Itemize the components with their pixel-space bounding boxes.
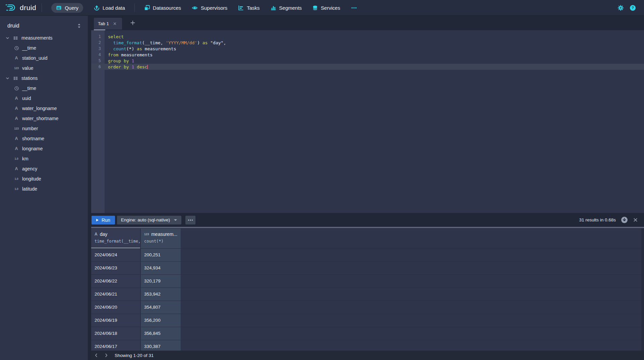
nav-item-services[interactable]: Services	[312, 5, 340, 11]
table-cell[interactable]: 2024/06/21	[91, 288, 141, 301]
nav-item-label: Datasources	[153, 5, 181, 11]
sql-editor[interactable]: 1select2 time_format(__time, 'YYYY/MM/dd…	[91, 30, 644, 213]
nav-item-label: Services	[321, 5, 340, 11]
svg-text:?: ?	[632, 6, 634, 10]
column-header-label: measurem...	[151, 232, 177, 237]
nav-item-segments[interactable]: Segments	[271, 5, 302, 11]
nav-item-label: Tasks	[247, 5, 259, 11]
column-name: shortname	[22, 136, 44, 141]
column-header-expr: time_format(__time, …	[95, 239, 140, 244]
new-tab-button[interactable]	[130, 20, 135, 25]
code-line[interactable]: 6order by 1 desc	[91, 64, 644, 70]
engine-select[interactable]: Engine: auto (sql-native)	[117, 216, 181, 224]
chevron-down-icon[interactable]	[5, 36, 10, 40]
table-cell[interactable]: 2024/06/22	[91, 275, 141, 288]
prev-page-button[interactable]	[91, 351, 101, 360]
table-item-measurements[interactable]: measurements	[0, 33, 88, 43]
time-icon	[13, 86, 20, 91]
table-cell[interactable]: 353,942	[141, 288, 181, 301]
table-cell[interactable]: 354,807	[141, 301, 181, 314]
help-icon[interactable]: ?	[630, 5, 636, 11]
druid-logo[interactable]: druid	[5, 3, 36, 12]
table-row: 2024/06/23324,934	[91, 262, 644, 275]
column-name: latitude	[22, 186, 37, 192]
column-item[interactable]: 123value	[0, 63, 88, 73]
table-cell[interactable]: 320,179	[141, 275, 181, 288]
table-row: 2024/06/19356,200	[91, 314, 644, 327]
column-item[interactable]: Auuid	[0, 93, 88, 103]
column-header-day[interactable]: A day time_format(__time, …	[91, 228, 141, 248]
column-item[interactable]: 123number	[0, 123, 88, 134]
line-number: 2	[91, 40, 105, 45]
table-cell[interactable]: 2024/06/23	[91, 262, 141, 274]
brand-text: druid	[20, 4, 36, 12]
column-item[interactable]: 1.0km	[0, 154, 88, 164]
table-row: 2024/06/22320,179	[91, 275, 644, 288]
splitter-handle[interactable]	[91, 227, 644, 228]
column-item[interactable]: Ashortname	[0, 134, 88, 144]
code-line[interactable]: 2 time_format(__time, 'YYYY/MM/dd') as "…	[91, 40, 644, 46]
column-name: water_longname	[22, 106, 57, 111]
play-icon	[96, 219, 99, 221]
code-line[interactable]: 3 count(*) as measurements	[91, 46, 644, 52]
table-cell[interactable]: 2024/06/18	[91, 327, 141, 340]
table-cell[interactable]: 2024/06/24	[91, 249, 141, 261]
close-results-icon[interactable]	[633, 217, 638, 222]
nav-item-supervisors[interactable]: Supervisors	[192, 5, 227, 11]
column-item[interactable]: Astation_uuid	[0, 53, 88, 63]
column-item[interactable]: __time	[0, 83, 88, 93]
column-name: number	[22, 126, 38, 131]
column-header-expr: count(*)	[144, 239, 181, 244]
code-line[interactable]: 4from measurements	[91, 52, 644, 58]
code-line[interactable]: 1select	[91, 34, 644, 40]
column-item[interactable]: Aagency	[0, 164, 88, 174]
table-cell[interactable]: 2024/06/20	[91, 301, 141, 314]
table-item-stations[interactable]: stations	[0, 73, 88, 83]
run-button[interactable]: Run	[92, 216, 115, 224]
string-icon: A	[13, 116, 20, 121]
table-row: 2024/06/18356,845	[91, 327, 644, 340]
top-navbar: druid Query Load data	[0, 0, 644, 16]
query-more-button[interactable]	[185, 216, 195, 224]
nav-item-query[interactable]: Query	[51, 3, 83, 13]
code-line[interactable]: 5group by 1	[91, 58, 644, 64]
table-cell[interactable]: 324,934	[141, 262, 181, 274]
table-cell[interactable]: 356,845	[141, 327, 181, 340]
table-cell[interactable]: 200,251	[141, 249, 181, 261]
column-item[interactable]: 1.0longitude	[0, 174, 88, 184]
nav-divider	[42, 3, 42, 12]
code-text: group by 1	[105, 58, 134, 63]
table-name: measurements	[21, 35, 53, 41]
nav-item-load-data[interactable]: Load data	[94, 5, 125, 11]
column-item[interactable]: __time	[0, 43, 88, 53]
download-icon[interactable]	[621, 216, 628, 223]
column-item[interactable]: Awater_longname	[0, 103, 88, 113]
number-icon: 123	[13, 66, 20, 70]
results-scrollbar[interactable]	[641, 228, 644, 360]
nav-more-button[interactable]	[351, 5, 357, 11]
result-summary: 31 results in 0.68s	[579, 217, 616, 222]
string-icon: A	[13, 166, 20, 171]
number-icon: 123	[144, 233, 149, 236]
gear-icon[interactable]	[618, 5, 624, 11]
table-cell[interactable]: 356,200	[141, 314, 181, 327]
column-item[interactable]: 1.0latitude	[0, 184, 88, 194]
results-body: 2024/06/24200,2512024/06/23324,9342024/0…	[91, 249, 644, 353]
line-number: 1	[91, 34, 105, 39]
column-header-measurements[interactable]: 123 measurem... count(*)	[141, 228, 181, 248]
column-name: __time	[22, 45, 36, 51]
nav-item-label: Load data	[103, 5, 125, 11]
double-caret-vertical-icon[interactable]	[76, 23, 82, 29]
float-icon: 1.0	[13, 177, 20, 181]
run-bar: Run Engine: auto (sql-native) 31 results…	[91, 213, 644, 227]
table-cell[interactable]: 2024/06/19	[91, 314, 141, 327]
nav-item-tasks[interactable]: Tasks	[238, 5, 259, 11]
column-item[interactable]: Alongname	[0, 144, 88, 154]
tab-close-icon[interactable]	[113, 22, 117, 25]
chevron-down-icon[interactable]	[5, 76, 10, 81]
tab-query-1[interactable]: Tab 1	[94, 18, 122, 30]
column-item[interactable]: Awater_shortname	[0, 113, 88, 123]
next-page-button[interactable]	[101, 351, 111, 360]
column-name: longname	[22, 146, 43, 151]
nav-item-datasources[interactable]: Datasources	[144, 5, 181, 11]
